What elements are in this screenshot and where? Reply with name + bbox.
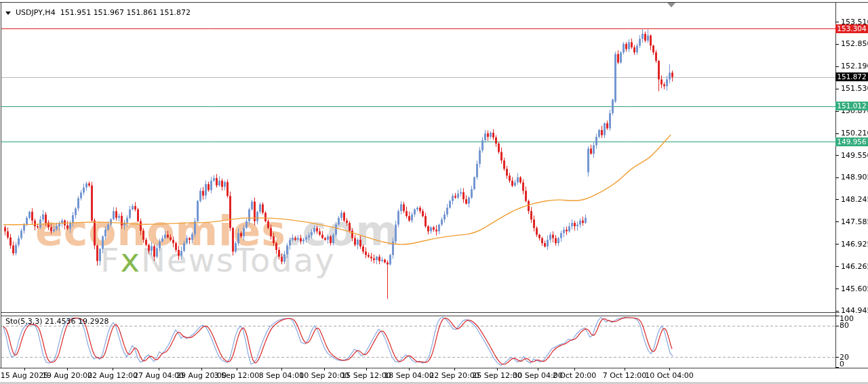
price-axis-label: 151.530 (841, 84, 868, 93)
time-axis-label: 2 Oct 20:00 (553, 371, 597, 380)
symbol-period-label: USDJPY,H4 (16, 8, 56, 17)
time-axis-label: 18 Sep 04:00 (384, 371, 433, 380)
chart-window: economies.com FxNewsToday USDJPY,H4 151.… (0, 0, 868, 384)
level-price-badge: 149.956 (835, 137, 868, 146)
time-axis-label: 10 Oct 04:00 (645, 371, 694, 380)
price-axis-label: 147.585 (841, 217, 868, 226)
price-axis-label: 146.925 (841, 240, 868, 249)
time-axis-label: 7 Oct 12:00 (603, 371, 647, 380)
price-axis-label: 149.550 (841, 151, 868, 160)
level-price-badge: 153.304 (835, 24, 868, 33)
price-chart-canvas[interactable] (0, 0, 868, 384)
time-axis-label: 19 Aug 20:00 (42, 371, 92, 380)
price-axis-label: 152.850 (841, 39, 868, 48)
current-price-badge: 151.872 (835, 72, 868, 81)
stochastic-axis-label: 80 (840, 321, 849, 330)
time-axis-label: 22 Aug 12:00 (87, 371, 138, 380)
chevron-down-icon[interactable] (5, 12, 11, 15)
stochastic-label: Sto(5,3,3) (5, 317, 43, 326)
price-axis-label: 150.210 (841, 129, 868, 137)
price-axis-label: 148.245 (841, 195, 868, 204)
stochastic-header: Sto(5,3,3) 21.4536 19.2928 (5, 317, 109, 326)
time-axis-label: 3 Sep 12:00 (214, 371, 259, 380)
price-axis-label: 148.905 (841, 173, 868, 182)
time-axis-label: 15 Aug 2025 (1, 371, 48, 380)
stochastic-values: 21.4536 19.2928 (45, 317, 108, 326)
level-price-badge: 151.012 (835, 102, 868, 110)
price-axis-label: 146.265 (841, 262, 868, 271)
stochastic-axis-label: 0 (840, 360, 844, 368)
symbol-ohlc-header: USDJPY,H4 151.951 151.967 151.861 151.87… (5, 8, 191, 17)
time-axis-label: 8 Sep 04:00 (259, 371, 304, 380)
ohlc-values: 151.951 151.967 151.861 151.872 (60, 8, 191, 17)
price-axis-label: 145.605 (841, 284, 868, 293)
chart-shift-marker-icon[interactable] (667, 3, 675, 7)
price-axis-label: 152.190 (841, 62, 868, 70)
